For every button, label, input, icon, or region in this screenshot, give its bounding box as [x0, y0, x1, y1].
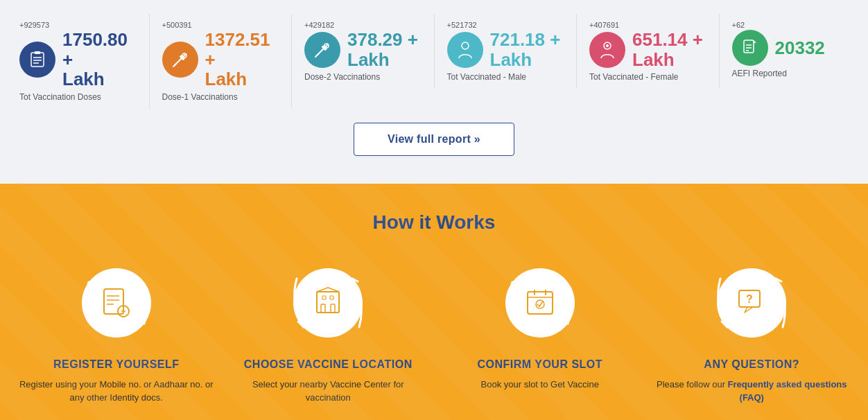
steps-row: REGISTER YOURSELF Register using your Mo…	[14, 261, 854, 405]
svg-text:?: ?	[746, 293, 753, 305]
stat-value-aefi: 20332	[775, 38, 825, 58]
stat-label-dose1: Dose-1 Vaccinations	[162, 92, 238, 102]
svg-rect-28	[321, 304, 325, 313]
svg-rect-0	[31, 53, 44, 67]
faq-desc-before: Please follow our	[657, 379, 728, 390]
step-slot-desc: Book your slot to Get Vaccine	[481, 378, 599, 392]
stat-label-tot-male: Tot Vaccinated - Male	[447, 72, 527, 82]
how-it-works-title: How it Works	[14, 211, 854, 234]
view-report-button[interactable]: View full report »	[354, 123, 514, 156]
person-male-icon	[455, 40, 475, 60]
clipboard-icon	[28, 50, 47, 69]
stat-value-dose1: 1372.51 + Lakh	[205, 30, 279, 89]
step-location-title: CHOOSE VACCINE LOCATION	[244, 358, 413, 371]
svg-rect-30	[322, 296, 326, 299]
stat-icon-aefi	[732, 30, 768, 66]
step-register-circle	[82, 268, 151, 338]
stat-label-dose2: Dose-2 Vaccinations	[304, 72, 380, 82]
stat-delta-dose2: +429182	[304, 21, 334, 29]
stat-value-tot-male: 721.18 + Lakh	[490, 30, 564, 69]
question-icon: ?	[734, 285, 770, 321]
report-row: View full report »	[7, 123, 861, 156]
stat-delta-aefi: +62	[732, 21, 745, 29]
svg-line-8	[173, 64, 176, 67]
stat-delta-tot-male: +521732	[447, 21, 477, 29]
svg-rect-1	[35, 51, 40, 54]
stat-card-dose1: +500391 1372.51 + Lakh D	[150, 14, 293, 109]
step-faq: ? ANY QUESTION? Please follow our Freque…	[654, 261, 849, 405]
faq-link[interactable]: Frequently asked questions (FAQ)	[728, 379, 847, 403]
step-location: CHOOSE VACCINE LOCATION Select your near…	[231, 261, 425, 405]
svg-rect-20	[104, 289, 123, 314]
step-register-icon-wrap	[75, 261, 158, 344]
calendar-icon	[522, 285, 558, 321]
stat-card-dose2: +429182 378.29 + Lakh Do	[292, 14, 435, 89]
stat-icon-dose1	[162, 42, 198, 78]
svg-rect-34	[528, 292, 553, 314]
step-location-desc: Select your nearby Vaccine Center for va…	[231, 378, 425, 405]
stat-label-tot-female: Tot Vaccinated - Female	[589, 72, 679, 82]
svg-point-15	[606, 44, 609, 47]
syringe2-icon	[313, 40, 332, 60]
stat-delta-tot-female: +407691	[589, 21, 619, 29]
svg-line-12	[315, 54, 318, 57]
svg-rect-31	[330, 296, 333, 299]
svg-rect-27	[317, 292, 339, 313]
svg-rect-29	[331, 304, 335, 313]
stat-value-dose2: 378.29 + Lakh	[347, 30, 422, 69]
step-location-icon-wrap	[286, 261, 370, 344]
step-register: REGISTER YOURSELF Register using your Mo…	[19, 261, 214, 405]
stats-row: +929573 1750.80 + Lakh	[7, 14, 861, 109]
step-register-title: REGISTER YOURSELF	[53, 358, 180, 371]
svg-point-13	[462, 42, 469, 49]
step-slot-circle	[505, 268, 575, 338]
stat-card-tot-doses: +929573 1750.80 + Lakh	[7, 14, 150, 109]
stat-card-aefi: +62 20332 AEFI Reported	[720, 14, 862, 85]
person-female-icon	[598, 40, 617, 60]
step-faq-circle: ?	[717, 268, 786, 338]
step-location-circle	[293, 268, 363, 338]
step-faq-icon-wrap: ?	[710, 261, 793, 344]
step-faq-desc: Please follow our Frequently asked quest…	[654, 378, 849, 405]
step-slot: CONFIRM YOUR SLOT Book your slot to Get …	[443, 261, 637, 392]
stat-card-tot-male: +521732 721.18 + Lakh Tot Vaccinated - M…	[435, 14, 578, 89]
svg-line-40	[539, 301, 543, 306]
stat-icon-tot-male	[447, 32, 483, 68]
stat-label-aefi: AEFI Reported	[732, 69, 787, 78]
building-icon	[310, 285, 346, 321]
step-register-desc: Register using your Mobile no. or Aadhaa…	[19, 378, 214, 405]
stat-icon-tot-female	[589, 32, 625, 68]
stat-card-tot-female: +407691 651.14 + Lakh Tot Vaccinated	[577, 14, 720, 89]
register-icon	[98, 285, 134, 321]
stat-delta-tot-doses: +929573	[19, 21, 49, 29]
stats-section: +929573 1750.80 + Lakh	[0, 0, 868, 184]
step-slot-title: CONFIRM YOUR SLOT	[477, 358, 602, 371]
how-it-works-section: How it Works	[0, 184, 868, 420]
step-faq-title: ANY QUESTION?	[704, 358, 799, 371]
document-icon	[740, 38, 760, 58]
stat-icon-tot-doses	[19, 42, 55, 78]
stat-delta-dose1: +500391	[162, 21, 192, 29]
stat-label-tot-doses: Tot Vaccination Doses	[19, 92, 101, 102]
syringe-icon	[171, 50, 190, 69]
step-slot-icon-wrap	[498, 261, 582, 344]
stat-value-tot-female: 651.14 + Lakh	[632, 30, 706, 69]
stat-value-tot-doses: 1750.80 + Lakh	[62, 30, 137, 89]
stat-icon-dose2	[304, 32, 340, 68]
